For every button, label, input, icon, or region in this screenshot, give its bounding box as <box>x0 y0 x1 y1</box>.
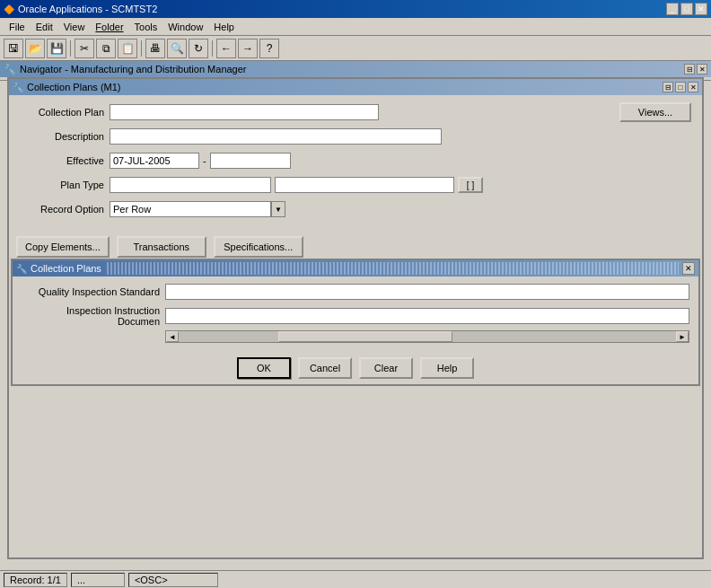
dialog-btn-row: OK Cancel Clear Help <box>13 352 698 384</box>
toolbar-save[interactable]: 💾 <box>47 39 66 58</box>
effective-label: Effective <box>20 155 110 166</box>
clear-button[interactable]: Clear <box>359 357 413 379</box>
dialog-scroll-right[interactable]: ► <box>676 331 689 342</box>
inspection-row: Inspection Instruction Documen <box>22 306 689 326</box>
record-segment: Record: 1/1 <box>4 573 67 587</box>
title-bar-left: 🔶 Oracle Applications - SCMTST2 <box>4 4 157 14</box>
collection-main-controls[interactable]: ⊟ □ ✕ <box>663 82 698 92</box>
record-option-input[interactable] <box>110 201 271 217</box>
toolbar-help[interactable]: ? <box>259 39 279 58</box>
record-option-arrow[interactable]: ▼ <box>271 201 285 217</box>
menu-window[interactable]: Window <box>162 20 208 34</box>
toolbar-sep2 <box>141 40 142 57</box>
dialog-form: Quality Inspection Standard Inspection I… <box>13 276 698 352</box>
menu-file[interactable]: File <box>4 20 31 34</box>
copy-elements-button[interactable]: Copy Elements... <box>16 236 110 258</box>
quality-input[interactable] <box>165 284 689 300</box>
specifications-button[interactable]: Specifications... <box>214 236 303 258</box>
plan-type-extra-input[interactable] <box>275 177 454 193</box>
dialog-scroll-thumb[interactable] <box>278 331 452 342</box>
toolbar-copy[interactable]: ⧉ <box>96 39 116 58</box>
toolbar-refresh[interactable]: ↻ <box>189 39 208 58</box>
toolbar-new[interactable]: 🖫 <box>4 39 23 58</box>
toolbar-sep1 <box>70 40 71 57</box>
osc-segment: <OSC> <box>128 573 218 587</box>
navigator-controls[interactable]: ⊟ ✕ <box>684 64 707 75</box>
status-bar: Record: 1/1 ... <OSC> <box>0 570 711 588</box>
close-btn[interactable]: ✕ <box>695 3 707 15</box>
app-icon: 🔶 <box>4 4 14 14</box>
collection-title-area: 🔧 Collection Plans (M1) <box>13 82 121 92</box>
effective-to-input[interactable] <box>210 153 291 169</box>
effective-from-input[interactable] <box>110 153 199 169</box>
toolbar-cut[interactable]: ✂ <box>75 39 94 58</box>
menu-folder[interactable]: Folder <box>90 20 128 34</box>
middle-segment: ... <box>71 573 125 587</box>
collection-close[interactable]: ✕ <box>688 82 698 92</box>
collection-plan-label: Collection Plan <box>20 107 110 118</box>
menu-tools[interactable]: Tools <box>129 20 163 34</box>
navigator-title-area: 🔧 Navigator - Manufacturing and Distribu… <box>4 64 247 75</box>
collection-maximize[interactable]: □ <box>675 82 686 92</box>
minimize-btn[interactable]: _ <box>666 3 679 15</box>
help-button[interactable]: Help <box>420 357 474 379</box>
navigator-titlebar: 🔧 Navigator - Manufacturing and Distribu… <box>0 61 711 77</box>
cancel-button[interactable]: Cancel <box>298 357 352 379</box>
navigator-maximize[interactable]: ✕ <box>697 64 707 75</box>
views-button[interactable]: Views... <box>619 102 691 122</box>
transactions-button[interactable]: Transactions <box>117 236 206 258</box>
navigator-title: Navigator - Manufacturing and Distributi… <box>20 64 247 75</box>
dialog-scroll-track <box>179 331 676 342</box>
collection-restore[interactable]: ⊟ <box>663 82 673 92</box>
toolbar-search[interactable]: 🔍 <box>167 39 187 58</box>
toolbar-print[interactable]: 🖶 <box>145 39 165 58</box>
collection-plan-row: Collection Plan Views... <box>20 102 691 122</box>
navigator-restore[interactable]: ⊟ <box>684 64 695 75</box>
description-input[interactable] <box>110 128 442 145</box>
dialog-close-btn[interactable]: ✕ <box>682 262 695 275</box>
description-row: Description <box>20 127 691 146</box>
effective-row: Effective - <box>20 151 691 171</box>
description-label: Description <box>20 131 110 142</box>
toolbar: 🖫 📂 💾 ✂ ⧉ 📋 🖶 🔍 ↻ ← → ? <box>0 36 711 61</box>
main-area: 🔧 Navigator - Manufacturing and Distribu… <box>0 61 711 588</box>
plan-type-row: Plan Type [ ] <box>20 175 691 195</box>
toolbar-back[interactable]: ← <box>216 39 236 58</box>
ok-button[interactable]: OK <box>237 357 291 379</box>
toolbar-open[interactable]: 📂 <box>25 39 45 58</box>
dialog-scroll-left[interactable]: ◄ <box>166 331 179 342</box>
collection-main-titlebar: 🔧 Collection Plans (M1) ⊟ □ ✕ <box>9 79 702 95</box>
record-option-label: Record Option <box>20 204 110 215</box>
title-bar: 🔶 Oracle Applications - SCMTST2 _ □ ✕ <box>0 0 711 18</box>
dialog-titlebar: 🔧 Collection Plans ✕ <box>13 260 698 276</box>
dialog-title-pattern <box>105 262 679 275</box>
menu-edit[interactable]: Edit <box>31 20 58 34</box>
record-option-control: ▼ <box>110 201 285 217</box>
inspection-input[interactable] <box>165 308 689 324</box>
plan-type-label: Plan Type <box>20 180 110 190</box>
dialog-h-scrollbar[interactable]: ◄ ► <box>165 330 689 343</box>
collection-plan-input[interactable] <box>110 104 379 120</box>
toolbar-paste[interactable]: 📋 <box>118 39 137 58</box>
effective-separator: - <box>203 155 206 166</box>
collection-icon: 🔧 <box>13 83 23 92</box>
title-bar-controls[interactable]: _ □ ✕ <box>666 3 707 15</box>
dialog-icon: 🔧 <box>16 264 27 274</box>
maximize-btn[interactable]: □ <box>680 3 693 15</box>
navigator-icon: 🔧 <box>4 64 16 75</box>
toolbar-forward[interactable]: → <box>238 39 258 58</box>
app-title: Oracle Applications - SCMTST2 <box>18 4 157 14</box>
quality-row: Quality Inspection Standard <box>22 282 689 302</box>
record-option-row: Record Option ▼ <box>20 199 691 219</box>
toolbar-sep3 <box>212 40 213 57</box>
menu-help[interactable]: Help <box>208 20 240 34</box>
collection-main-title: Collection Plans (M1) <box>27 82 121 92</box>
plan-type-btn[interactable]: [ ] <box>458 177 483 193</box>
plan-type-input[interactable] <box>110 177 271 193</box>
collection-dialog: 🔧 Collection Plans ✕ Quality Inspection … <box>11 259 700 386</box>
menu-view[interactable]: View <box>58 20 91 34</box>
inspection-label: Inspection Instruction Documen <box>22 305 165 327</box>
collection-form: Collection Plan Views... Description Eff… <box>9 95 702 231</box>
quality-label: Quality Inspection Standard <box>22 286 165 297</box>
menu-bar: File Edit View Folder Tools Window Help <box>0 18 711 36</box>
